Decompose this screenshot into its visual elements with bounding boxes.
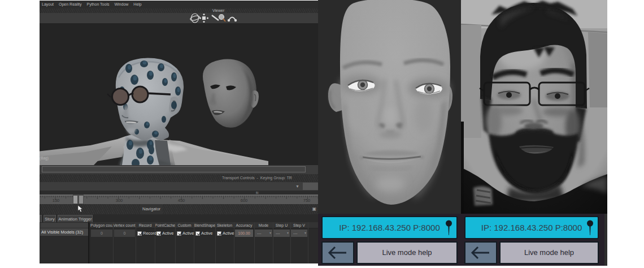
svg-text:450: 450 [178, 198, 185, 203]
svg-text:600: 600 [241, 198, 248, 203]
svg-text:150: 150 [53, 198, 60, 203]
svg-text:750: 750 [303, 198, 311, 203]
svg-text:300: 300 [116, 198, 123, 203]
